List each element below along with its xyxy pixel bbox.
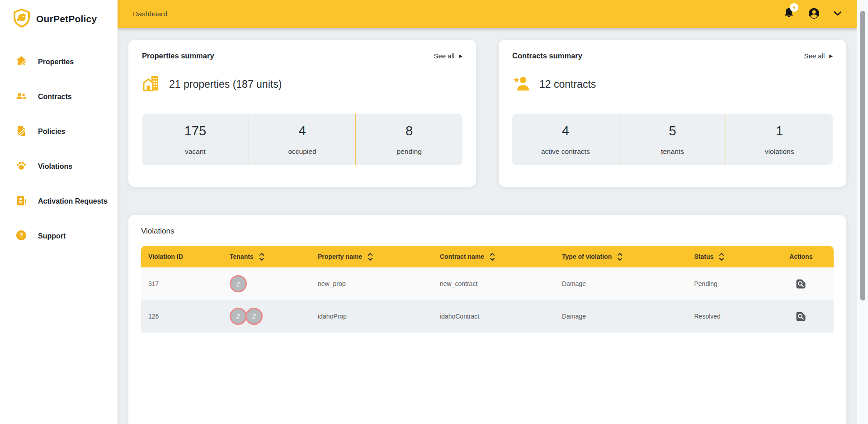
cell-property-name: new_prop — [318, 280, 440, 287]
cell-tenants: Z Z — [230, 308, 318, 325]
stat-pending: 8 pending — [355, 114, 462, 165]
sidebar-item-label: Contracts — [38, 93, 72, 101]
violation-row[interactable]: 126 Z Z idahoProp idahoContract Damage R… — [141, 300, 834, 333]
cell-status: Resolved — [694, 313, 776, 320]
stat-violations: 1 violations — [726, 114, 833, 165]
column-header-violation-id: Violation ID — [148, 253, 230, 260]
cell-violation-id: 317 — [148, 280, 230, 287]
sort-icon[interactable] — [490, 252, 495, 261]
stat-active-contracts: 4 active contracts — [512, 114, 619, 165]
violations-title: Violations — [141, 227, 834, 236]
bell-icon — [783, 13, 794, 20]
sidebar-item-label: Support — [38, 232, 66, 240]
account-button[interactable] — [808, 7, 820, 21]
topbar: Dashboard 5 — [118, 0, 857, 28]
properties-stats: 175 vacant 4 occupied 8 pending — [142, 114, 462, 165]
column-header-tenants[interactable]: Tenants — [230, 252, 318, 261]
stat-tenants: 5 tenants — [619, 114, 726, 165]
sort-icon[interactable] — [368, 252, 373, 261]
question-circle-icon: ? — [15, 229, 27, 243]
tenant-avatar[interactable]: Z — [230, 275, 247, 292]
column-header-type-of-violation[interactable]: Type of violation — [562, 252, 694, 261]
cell-violation-id: 126 — [148, 313, 230, 320]
properties-summary-title: Properties summary — [142, 52, 214, 60]
sort-icon[interactable] — [719, 252, 724, 261]
contracts-summary-card: Contracts summary See all ▶ 12 contracts — [499, 40, 846, 187]
cell-contract-name: idahoContract — [440, 313, 562, 320]
sidebar: OurPetPolicy Properties Contracts — [0, 0, 118, 424]
cell-contract-name: new_contract — [440, 280, 562, 287]
cell-property-name: idahoProp — [318, 313, 440, 320]
brand-logo[interactable]: OurPetPolicy — [0, 0, 118, 30]
column-header-status[interactable]: Status — [694, 252, 776, 261]
sidebar-item-support[interactable]: ? Support — [0, 229, 118, 243]
view-violation-button[interactable] — [796, 279, 806, 289]
contracts-stats: 4 active contracts 5 tenants 1 violation… — [512, 114, 833, 165]
brand-name: OurPetPolicy — [36, 14, 97, 24]
buildings-icon — [142, 74, 161, 95]
violations-table-header: Violation ID Tenants Property name — [141, 246, 834, 267]
violations-table: Violation ID Tenants Property name — [141, 246, 834, 333]
sidebar-item-activation-requests[interactable]: Activation Requests — [0, 195, 118, 208]
properties-summary-card: Properties summary See all ▶ — [128, 40, 476, 187]
id-badge-icon — [15, 195, 27, 208]
tenant-avatar[interactable]: Z — [245, 308, 263, 325]
page-title: Dashboard — [133, 10, 167, 18]
cell-status: Pending — [694, 280, 776, 287]
page-scrollbar[interactable] — [857, 0, 868, 424]
tenant-avatar[interactable]: Z — [230, 308, 247, 325]
notifications-button[interactable]: 5 — [783, 7, 794, 21]
sidebar-item-label: Properties — [38, 58, 74, 66]
people-icon — [15, 90, 27, 104]
sidebar-item-label: Policies — [38, 128, 65, 136]
sidebar-item-label: Violations — [38, 162, 72, 171]
cell-tenants: Z — [230, 275, 318, 292]
main-content: Properties summary See all ▶ — [118, 28, 857, 424]
stat-occupied: 4 occupied — [249, 114, 356, 165]
column-header-contract-name[interactable]: Contract name — [440, 252, 562, 261]
sidebar-item-properties[interactable]: Properties — [0, 55, 118, 69]
sidebar-item-policies[interactable]: Policies — [0, 125, 118, 138]
sidebar-item-violations[interactable]: Violations — [0, 160, 118, 173]
contracts-summary-title: Contracts summary — [512, 52, 582, 60]
violation-row[interactable]: 317 Z new_prop new_contract Damage Pendi… — [141, 267, 834, 300]
chevron-down-icon — [834, 10, 842, 18]
violations-card: Violations Violation ID Tenants Property… — [128, 215, 846, 424]
cell-actions — [776, 279, 827, 289]
svg-text:?: ? — [19, 232, 24, 239]
sidebar-item-label: Activation Requests — [38, 197, 108, 205]
menu-expand-button[interactable] — [834, 10, 842, 18]
cell-actions — [776, 311, 827, 322]
contracts-see-all-link[interactable]: See all ▶ — [804, 52, 833, 60]
properties-see-all-link[interactable]: See all ▶ — [434, 52, 462, 60]
scrollbar-thumb[interactable] — [860, 11, 865, 300]
contracts-headline: 12 contracts — [539, 78, 596, 91]
cell-type-of-violation: Damage — [562, 280, 694, 287]
cell-type-of-violation: Damage — [562, 313, 694, 320]
person-star-icon — [512, 74, 531, 95]
notification-badge: 5 — [790, 3, 798, 12]
sidebar-nav: Properties Contracts Policies — [0, 55, 118, 243]
document-edit-icon — [15, 125, 27, 138]
properties-headline: 21 properties (187 units) — [169, 78, 282, 91]
paw-icon — [15, 160, 27, 173]
view-violation-button[interactable] — [796, 311, 806, 322]
sidebar-item-contracts[interactable]: Contracts — [0, 90, 118, 104]
account-icon — [808, 13, 820, 21]
stat-vacant: 175 vacant — [142, 114, 249, 165]
shield-dog-logo-icon — [12, 8, 32, 30]
sort-icon[interactable] — [617, 252, 623, 261]
column-header-actions: Actions — [776, 253, 827, 260]
arrow-right-icon: ▶ — [459, 53, 462, 58]
house-edit-icon — [15, 55, 27, 69]
arrow-right-icon: ▶ — [829, 53, 833, 58]
column-header-property-name[interactable]: Property name — [318, 252, 440, 261]
sort-icon[interactable] — [259, 252, 264, 261]
